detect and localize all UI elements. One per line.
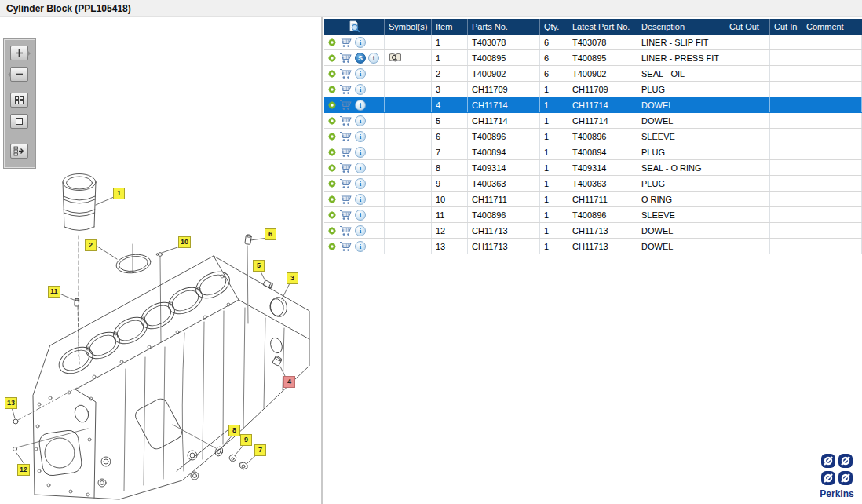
info-icon[interactable]: i <box>355 194 366 205</box>
table-row-item-1[interactable]: i1T4030786T403078LINER - SLIP FIT <box>324 35 862 50</box>
column-header-parts_no[interactable]: Parts No. <box>468 19 540 35</box>
substitute-badge-icon[interactable]: S <box>355 53 366 64</box>
settings-gear-icon[interactable] <box>327 210 337 220</box>
column-header-latest_part_no[interactable]: Latest Part No. <box>568 19 637 35</box>
cylinder-block-exploded-drawing <box>0 17 322 504</box>
dowel-4-part <box>272 356 283 366</box>
zoom-out-button[interactable] <box>10 67 28 82</box>
add-to-cart-icon[interactable] <box>339 225 352 236</box>
callout-1[interactable]: 1 <box>113 188 125 199</box>
info-icon[interactable]: i <box>355 84 366 95</box>
cell-description: SEAL - O RING <box>637 160 725 175</box>
settings-gear-icon[interactable] <box>327 69 337 79</box>
add-to-cart-icon[interactable] <box>339 241 352 252</box>
settings-gear-icon[interactable] <box>327 53 337 63</box>
callout-8[interactable]: 8 <box>228 425 240 436</box>
add-to-cart-icon[interactable] <box>339 210 352 221</box>
info-icon[interactable]: i <box>355 147 366 158</box>
info-icon[interactable]: i <box>355 210 366 221</box>
cell-cut_in <box>770 129 802 144</box>
settings-gear-icon[interactable] <box>327 195 337 204</box>
info-icon[interactable]: i <box>355 100 366 111</box>
settings-gear-icon[interactable] <box>327 132 337 141</box>
cell-cut_out <box>725 66 770 81</box>
settings-gear-icon[interactable] <box>327 85 337 94</box>
table-row-item-3[interactable]: i3CH117091CH11709PLUG <box>324 82 862 97</box>
add-to-cart-icon[interactable] <box>339 115 352 126</box>
callout-3[interactable]: 3 <box>287 272 298 284</box>
settings-gear-icon[interactable] <box>327 148 337 157</box>
callout-2[interactable]: 2 <box>85 239 97 251</box>
info-icon[interactable]: i <box>355 131 366 142</box>
info-icon[interactable]: i <box>368 53 379 64</box>
column-header-cut_out[interactable]: Cut Out <box>725 19 770 35</box>
info-icon[interactable]: i <box>355 163 366 173</box>
add-to-cart-icon[interactable] <box>339 147 352 158</box>
add-to-cart-icon[interactable] <box>339 68 352 79</box>
settings-gear-icon[interactable] <box>327 226 337 236</box>
table-row-item-8[interactable]: i8T4093141T409314SEAL - O RING <box>324 160 862 176</box>
add-to-cart-icon[interactable] <box>339 37 352 48</box>
table-row-item-12[interactable]: i12CH117131CH11713DOWEL <box>324 223 862 239</box>
callout-4-selected[interactable]: 4 <box>283 376 295 388</box>
callout-9[interactable]: 9 <box>240 434 252 446</box>
callout-6[interactable]: 6 <box>265 228 276 240</box>
cell-description: SLEEVE <box>637 129 725 144</box>
table-row-item-10[interactable]: i10CH117111CH11711O RING <box>324 192 862 207</box>
cell-symbols <box>385 192 432 206</box>
cell-item: 2 <box>432 66 468 81</box>
add-to-cart-icon[interactable] <box>339 53 352 64</box>
info-icon[interactable]: i <box>355 37 366 48</box>
column-header-description[interactable]: Description <box>637 19 725 35</box>
table-row-item-7[interactable]: i7T4008941T400894PLUG <box>324 144 862 160</box>
settings-gear-icon[interactable] <box>327 179 337 188</box>
zoom-in-button[interactable] <box>10 46 28 60</box>
callout-11[interactable]: 11 <box>48 286 60 298</box>
add-to-cart-icon[interactable] <box>339 163 352 173</box>
callout-10[interactable]: 10 <box>178 236 191 248</box>
add-to-cart-icon[interactable] <box>339 100 352 111</box>
column-header-qty[interactable]: Qty. <box>540 19 568 35</box>
cell-parts_no: T403078 <box>468 35 540 49</box>
settings-gear-icon[interactable] <box>327 100 337 110</box>
column-header-actions[interactable] <box>324 19 385 35</box>
add-to-cart-icon[interactable] <box>339 194 352 205</box>
callout-13[interactable]: 13 <box>5 397 17 409</box>
single-view-button[interactable] <box>10 114 28 129</box>
settings-gear-icon[interactable] <box>327 38 337 47</box>
table-row-item-6[interactable]: i6T4008961T400896SLEEVE <box>324 129 862 144</box>
table-row-item-4-selected[interactable]: i4CH117141CH11714DOWEL <box>324 97 862 113</box>
add-to-cart-icon[interactable] <box>339 84 352 95</box>
column-header-comment[interactable]: Comment <box>802 19 862 35</box>
cell-cut_out <box>725 192 770 206</box>
info-icon[interactable]: i <box>355 241 366 252</box>
table-row-item-11[interactable]: i11T4008961T400896SLEEVE <box>324 207 862 223</box>
info-icon[interactable]: i <box>355 115 366 126</box>
table-row-item-13[interactable]: i13CH117131CH11713DOWEL <box>324 239 862 254</box>
info-icon[interactable]: i <box>355 68 366 79</box>
cell-comment <box>802 192 862 206</box>
callout-5[interactable]: 5 <box>253 260 265 272</box>
multi-view-button[interactable] <box>10 93 28 108</box>
cell-actions: i <box>324 160 385 175</box>
info-icon[interactable]: i <box>355 178 366 189</box>
add-to-cart-icon[interactable] <box>339 131 352 142</box>
settings-gear-icon[interactable] <box>327 116 337 126</box>
settings-gear-icon[interactable] <box>327 163 337 173</box>
table-row-item-2[interactable]: i2T4009026T400902SEAL - OIL <box>324 66 862 82</box>
column-header-cut_in[interactable]: Cut In <box>770 19 802 35</box>
toggle-panel-button[interactable] <box>10 144 28 159</box>
table-row-item-5[interactable]: i5CH117141CH11714DOWEL <box>324 113 862 129</box>
column-header-symbols[interactable]: Symbol(s) <box>385 19 432 35</box>
info-icon[interactable]: i <box>355 225 366 236</box>
book-search-icon[interactable] <box>389 53 402 63</box>
table-row-item-1[interactable]: Si1T4008956T400895LINER - PRESS FIT <box>324 50 862 66</box>
cell-cut_in <box>770 239 802 254</box>
block-body <box>33 256 309 499</box>
add-to-cart-icon[interactable] <box>339 178 352 189</box>
settings-gear-icon[interactable] <box>327 242 337 251</box>
column-header-item[interactable]: Item <box>432 19 468 35</box>
table-row-item-9[interactable]: i9T4003631T400363PLUG <box>324 176 862 192</box>
callout-7[interactable]: 7 <box>254 444 266 456</box>
callout-12[interactable]: 12 <box>17 464 30 476</box>
